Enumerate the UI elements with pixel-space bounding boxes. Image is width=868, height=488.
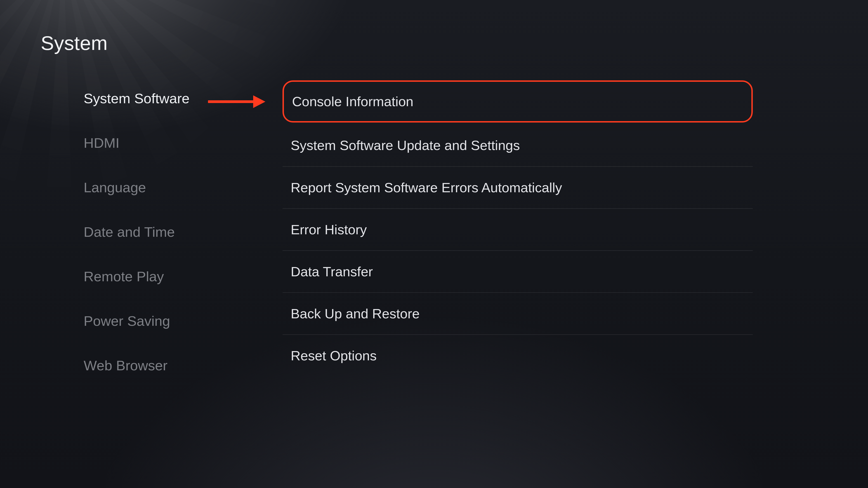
sidebar-item-label: Web Browser (84, 358, 167, 373)
content-item-data-transfer[interactable]: Data Transfer (283, 250, 753, 292)
content-item-label: Back Up and Restore (291, 306, 420, 322)
sidebar-item-remote-play[interactable]: Remote Play (84, 268, 255, 285)
content-item-report-system-software-errors-automatically[interactable]: Report System Software Errors Automatica… (283, 166, 753, 208)
sidebar-item-hdmi[interactable]: HDMI (84, 135, 255, 151)
sidebar-item-label: Language (84, 180, 146, 195)
content-item-label: Error History (291, 222, 367, 237)
content-item-back-up-and-restore[interactable]: Back Up and Restore (283, 292, 753, 334)
content-list: Console Information System Software Upda… (283, 80, 753, 377)
sidebar-item-label: Remote Play (84, 269, 164, 284)
page-title: System (41, 32, 107, 55)
sidebar-item-web-browser[interactable]: Web Browser (84, 357, 255, 373)
content-item-error-history[interactable]: Error History (283, 208, 753, 250)
sidebar-item-date-and-time[interactable]: Date and Time (84, 224, 255, 240)
sidebar: System Software HDMI Language Date and T… (84, 90, 255, 373)
sidebar-item-label: Date and Time (84, 224, 175, 240)
content-item-label: System Software Update and Settings (291, 138, 520, 153)
content-item-console-information[interactable]: Console Information (283, 80, 753, 123)
content-item-label: Reset Options (291, 348, 377, 363)
sidebar-item-label: System Software (84, 91, 190, 106)
sidebar-item-power-saving[interactable]: Power Saving (84, 313, 255, 329)
content-item-label: Console Information (292, 94, 413, 109)
sidebar-item-label: Power Saving (84, 313, 170, 329)
content-item-label: Report System Software Errors Automatica… (291, 180, 562, 195)
sidebar-item-system-software[interactable]: System Software (84, 90, 255, 106)
content-item-reset-options[interactable]: Reset Options (283, 334, 753, 377)
content-item-system-software-update-and-settings[interactable]: System Software Update and Settings (283, 124, 753, 166)
sidebar-item-label: HDMI (84, 135, 119, 151)
content-item-label: Data Transfer (291, 264, 373, 280)
sidebar-item-language[interactable]: Language (84, 180, 255, 195)
